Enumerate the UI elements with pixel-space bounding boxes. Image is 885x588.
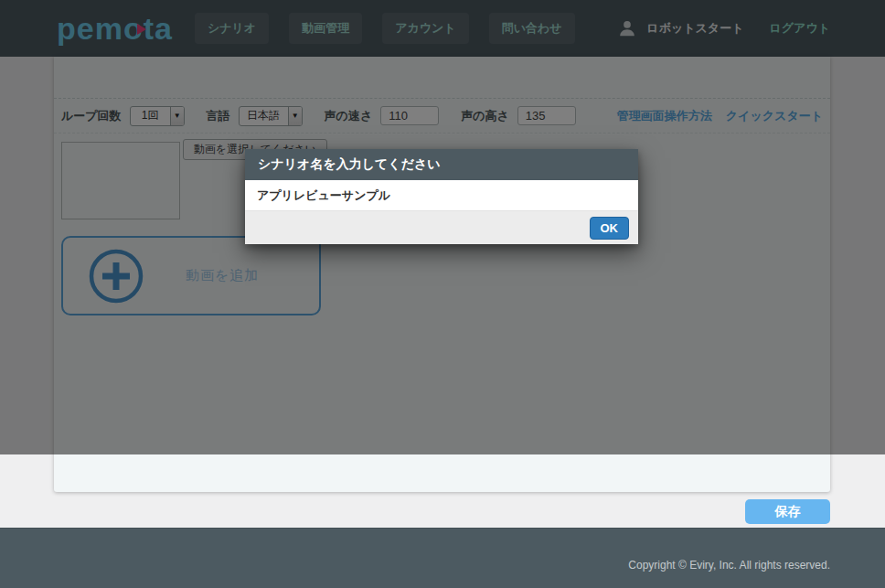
modal-header: シナリオ名を入力してください [245, 149, 638, 180]
modal-title: シナリオ名を入力してください [258, 156, 441, 173]
modal-footer: OK [245, 211, 638, 244]
save-button[interactable]: 保存 [745, 499, 830, 524]
copyright-text: Copyright © Eviry, Inc. All rights reser… [628, 559, 830, 572]
page-footer: Copyright © Eviry, Inc. All rights reser… [0, 528, 885, 588]
scenario-name-modal: シナリオ名を入力してください OK [245, 149, 638, 244]
modal-body [245, 180, 638, 211]
app-root: pemota シナリオ 動画管理 アカウント 問い合わせ ロボットスタート ログ… [0, 0, 885, 588]
ok-button[interactable]: OK [590, 217, 630, 240]
scenario-name-input[interactable] [245, 180, 638, 210]
